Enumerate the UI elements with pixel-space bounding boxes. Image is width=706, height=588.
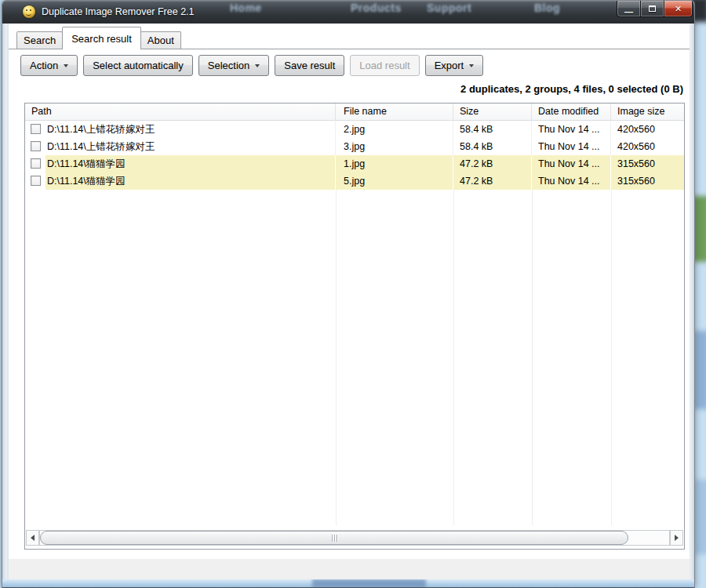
- checkbox-cell: [25, 155, 45, 172]
- cell-date-modified[interactable]: Thu Nov 14 ...: [532, 138, 611, 155]
- minimize-button[interactable]: —: [617, 1, 641, 17]
- toolbar-button[interactable]: Export: [425, 55, 484, 76]
- background-blue-patch: [693, 331, 706, 409]
- background-nav-home: Home: [230, 2, 262, 14]
- tab[interactable]: About: [140, 31, 181, 49]
- window-bottom-panel: [9, 559, 690, 579]
- column-grid-line: [532, 190, 533, 525]
- cell-file-name[interactable]: 3.jpg: [336, 138, 453, 155]
- window-border-left: [2, 24, 9, 579]
- tab-bar: Search Search result About: [16, 27, 180, 49]
- window-border-bottom: [2, 579, 695, 588]
- toolbar-button[interactable]: Load result: [350, 55, 419, 76]
- toolbar-button[interactable]: Select automatically: [83, 55, 193, 76]
- tab-label: Search: [24, 34, 56, 46]
- thumb-grip-icon: [332, 535, 333, 542]
- toolbar-button-label: Save result: [284, 60, 335, 71]
- table-row[interactable]: D:\11.14\猫猫学园 5.jpg 47.2 kB Thu Nov 14 .…: [25, 172, 684, 190]
- column-header[interactable]: Image size: [611, 103, 684, 121]
- cell-file-name[interactable]: 1.jpg: [336, 155, 453, 172]
- window-title: Duplicate Image Remover Free 2.1: [42, 6, 195, 17]
- toolbar-button-label: Selection: [208, 60, 249, 71]
- minimize-icon: —: [624, 8, 633, 16]
- horizontal-scrollbar: [26, 530, 683, 546]
- thumb-grip-icon: [334, 535, 335, 542]
- app-window: Home Products Support Blog Duplicate Ima…: [2, 0, 695, 588]
- dropdown-arrow-icon: [255, 64, 260, 67]
- table-row[interactable]: D:\11.14\上错花轿嫁对王 2.jpg 58.4 kB Thu Nov 1…: [25, 121, 684, 138]
- background-nav-support: Support: [427, 2, 471, 14]
- cell-file-name[interactable]: 5.jpg: [336, 172, 453, 190]
- table-row[interactable]: D:\11.14\上错花轿嫁对王 3.jpg 58.4 kB Thu Nov 1…: [25, 138, 684, 155]
- toolbar-button[interactable]: Selection: [198, 55, 269, 76]
- cell-path[interactable]: D:\11.14\上错花轿嫁对王: [45, 138, 336, 155]
- row-checkbox[interactable]: [31, 124, 41, 134]
- column-header[interactable]: Date modified: [532, 103, 611, 121]
- maximize-icon: [649, 5, 656, 12]
- toolbar-button-label: Load result: [359, 60, 409, 71]
- cell-size[interactable]: 47.2 kB: [453, 155, 532, 172]
- cell-path[interactable]: D:\11.14\上错花轿嫁对王: [45, 121, 336, 138]
- column-grid-line: [336, 190, 337, 525]
- checkbox-cell: [25, 138, 45, 155]
- scroll-left-button[interactable]: [26, 530, 39, 546]
- toolbar-button-label: Export: [435, 60, 464, 71]
- cell-date-modified[interactable]: Thu Nov 14 ...: [532, 121, 611, 138]
- cell-size[interactable]: 58.4 kB: [453, 138, 532, 155]
- result-summary: 2 duplicates, 2 groups, 4 files, 0 selec…: [460, 83, 683, 95]
- cell-image-size[interactable]: 420x560: [611, 121, 684, 138]
- row-checkbox[interactable]: [31, 158, 41, 169]
- row-checkbox[interactable]: [31, 176, 41, 186]
- background-nav-blog: Blog: [534, 2, 560, 14]
- cell-date-modified[interactable]: Thu Nov 14 ...: [532, 155, 611, 172]
- dropdown-arrow-icon: [469, 64, 474, 67]
- table-header-row: Path File name Size Date modified Image …: [25, 103, 684, 121]
- caption-button-group: — ✕: [617, 1, 693, 17]
- row-checkbox[interactable]: [31, 141, 41, 151]
- toolbar-button[interactable]: Save result: [275, 55, 344, 76]
- toolbar-button-label: Select automatically: [93, 60, 184, 71]
- scroll-left-icon: [31, 535, 35, 541]
- tab[interactable]: Search result: [62, 27, 141, 49]
- column-header[interactable]: Size: [453, 103, 532, 121]
- close-icon: ✕: [675, 4, 682, 14]
- checkbox-cell: [25, 172, 45, 190]
- results-table: Path File name Size Date modified Image …: [24, 103, 685, 550]
- column-grid-line: [453, 190, 454, 525]
- cell-image-size[interactable]: 315x560: [611, 172, 684, 190]
- checkbox-cell: [25, 121, 45, 138]
- glass-reflection: [312, 579, 426, 588]
- tab-label: About: [147, 34, 174, 46]
- desktop: { "window": { "title": "Duplicate Image …: [0, 0, 706, 588]
- column-grid-line: [611, 190, 612, 525]
- toolbar-button[interactable]: Action: [20, 55, 78, 76]
- scrollbar-thumb[interactable]: [40, 531, 628, 545]
- cell-image-size[interactable]: 420x560: [611, 138, 684, 155]
- app-icon: [23, 5, 35, 18]
- close-button[interactable]: ✕: [664, 1, 693, 17]
- toolbar-button-label: Action: [30, 60, 58, 71]
- scroll-right-button[interactable]: [670, 530, 683, 546]
- maximize-button[interactable]: [641, 1, 664, 17]
- tab-label: Search result: [71, 33, 132, 45]
- cell-date-modified[interactable]: Thu Nov 14 ...: [532, 172, 611, 190]
- background-nav-products: Products: [351, 2, 402, 14]
- toolbar: Action Select automatically Selection Sa…: [20, 55, 483, 76]
- table-body: D:\11.14\上错花轿嫁对王 2.jpg 58.4 kB Thu Nov 1…: [25, 121, 684, 190]
- cell-path[interactable]: D:\11.14\猫猫学园: [45, 172, 336, 190]
- column-header[interactable]: Path: [25, 103, 336, 121]
- dropdown-arrow-icon: [64, 64, 68, 67]
- scroll-right-icon: [675, 535, 679, 541]
- cell-size[interactable]: 58.4 kB: [453, 121, 532, 138]
- cell-path[interactable]: D:\11.14\猫猫学园: [45, 155, 336, 172]
- cell-file-name[interactable]: 2.jpg: [336, 121, 453, 138]
- background-blue-patch-2: [693, 480, 706, 554]
- cell-size[interactable]: 47.2 kB: [453, 172, 532, 190]
- tab[interactable]: Search: [16, 31, 63, 49]
- table-row[interactable]: D:\11.14\猫猫学园 1.jpg 47.2 kB Thu Nov 14 .…: [25, 155, 684, 172]
- title-bar[interactable]: Home Products Support Blog Duplicate Ima…: [2, 1, 694, 24]
- cell-image-size[interactable]: 315x560: [611, 155, 684, 172]
- column-header[interactable]: File name: [336, 103, 453, 121]
- thumb-grip-icon: [337, 535, 337, 542]
